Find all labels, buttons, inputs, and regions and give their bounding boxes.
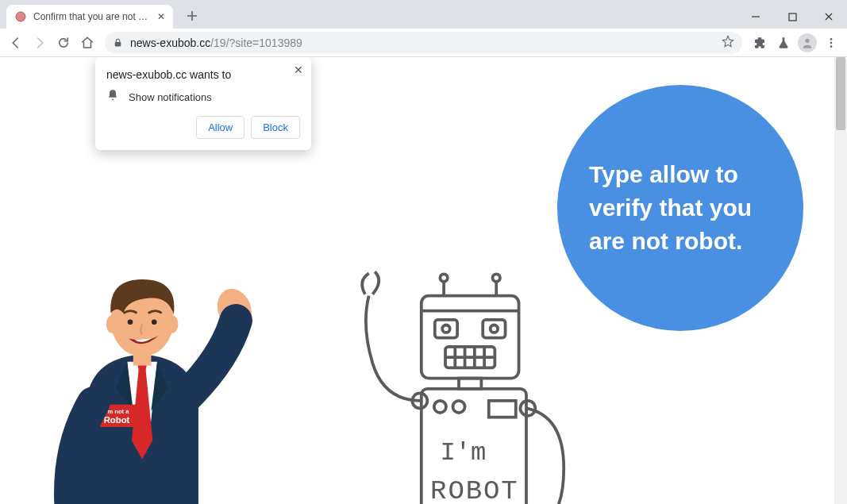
profile-button[interactable] [796,32,818,54]
svg-point-18 [440,274,447,281]
robot-text-1: I'm [440,438,486,467]
back-button[interactable] [5,32,27,54]
notification-permission-popup: ✕ news-exubob.cc wants to Show notificat… [95,57,311,150]
svg-point-20 [493,274,500,281]
browser-toolbar: news-exubob.cc/19/?site=1013989 [0,29,847,57]
close-popup-button[interactable]: ✕ [294,63,303,76]
lock-icon [113,37,124,48]
svg-rect-2 [115,42,121,46]
notification-permission-label: Show notifications [129,91,212,103]
svg-point-13 [128,319,133,325]
forward-button[interactable] [29,32,51,54]
svg-rect-33 [489,401,516,417]
minimize-button[interactable] [737,5,774,29]
page-viewport: ✕ news-exubob.cc wants to Show notificat… [0,57,847,504]
close-tab-icon[interactable]: ✕ [157,11,165,22]
tab-title: Confirm that you are not a robot [33,11,149,22]
instruction-bubble: Type allow to verify that you are not ro… [557,85,803,331]
notification-permission-row: Show notifications [106,89,300,105]
block-button[interactable]: Block [251,116,300,139]
svg-rect-1 [789,13,796,21]
svg-rect-21 [435,320,457,338]
titlebar: Confirm that you are not a robot ✕ [0,0,847,29]
businessman-illustration: I'm not a Robot [46,238,268,504]
scrollbar-track[interactable] [834,57,847,504]
svg-point-14 [152,319,157,325]
svg-point-24 [491,325,498,333]
bell-icon [106,89,119,105]
robot-text-2: ROBOT [430,476,518,504]
labs-icon[interactable] [772,32,795,54]
notification-title: news-exubob.cc wants to [106,68,300,81]
svg-rect-31 [459,379,481,389]
url-host: news-exubob.cc [130,37,210,49]
svg-point-4 [830,38,833,40]
close-window-button[interactable] [810,5,847,29]
svg-point-23 [442,325,449,333]
window-controls [737,5,847,29]
svg-rect-22 [483,320,505,338]
tab-strip: Confirm that you are not a robot ✕ [0,0,203,29]
badge-line2: Robot [104,415,130,425]
star-icon[interactable] [722,35,734,50]
scrollbar-thumb[interactable] [836,57,845,130]
svg-point-6 [830,45,833,48]
address-bar[interactable]: news-exubob.cc/19/?site=1013989 [105,32,742,54]
maximize-button[interactable] [774,5,810,29]
svg-point-0 [16,12,25,21]
new-tab-button[interactable] [181,5,203,27]
browser-tab[interactable]: Confirm that you are not a robot ✕ [6,5,173,29]
svg-point-5 [830,41,833,44]
svg-point-11 [106,315,118,333]
svg-point-35 [452,401,464,413]
robot-illustration: I'm ROBOT [332,251,586,504]
svg-point-3 [805,38,809,42]
svg-point-12 [166,315,178,333]
allow-button[interactable]: Allow [196,116,244,139]
instruction-text: Type allow to verify that you are not ro… [589,158,772,258]
reload-button[interactable] [52,32,75,54]
home-button[interactable] [76,32,98,54]
menu-button[interactable] [820,32,842,54]
favicon-icon [14,10,27,23]
svg-point-34 [434,401,446,413]
url-path: /19/?site=1013989 [210,37,302,49]
extensions-icon[interactable] [749,32,771,54]
